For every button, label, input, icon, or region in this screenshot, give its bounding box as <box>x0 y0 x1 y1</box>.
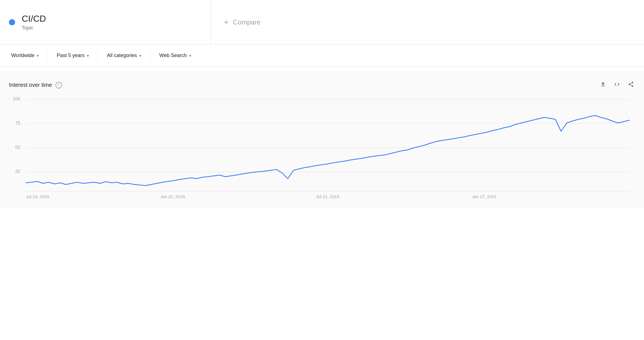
chart-actions <box>599 80 635 90</box>
search-term-text: CI/CD Topic <box>22 13 46 31</box>
region-label: Worldwide <box>11 53 35 58</box>
time-range-filter[interactable]: Past 5 years ▾ <box>52 50 93 61</box>
compare-box[interactable]: + Compare <box>211 0 644 44</box>
help-icon[interactable]: ? <box>55 82 62 88</box>
time-range-chevron-icon: ▾ <box>87 53 89 58</box>
svg-text:100: 100 <box>13 96 20 101</box>
svg-text:Jan 17, 2021: Jan 17, 2021 <box>472 194 497 199</box>
svg-text:75: 75 <box>15 120 20 125</box>
chart-header: Interest over time ? <box>9 80 635 90</box>
region-chevron-icon: ▾ <box>37 53 39 58</box>
compare-label: Compare <box>233 18 260 26</box>
filter-bar: Worldwide ▾ Past 5 years ▾ All categorie… <box>0 45 644 67</box>
svg-text:Jan 21, 2018: Jan 21, 2018 <box>160 194 185 199</box>
search-header: CI/CD Topic + Compare <box>0 0 644 45</box>
filter-separator-1 <box>48 51 48 60</box>
search-term-subtitle: Topic <box>22 25 46 31</box>
chart-title-row: Interest over time ? <box>9 82 62 88</box>
search-type-chevron-icon: ▾ <box>189 53 191 58</box>
categories-chevron-icon: ▾ <box>139 53 141 58</box>
search-dot <box>9 19 15 25</box>
share-button[interactable] <box>627 80 635 90</box>
download-icon <box>600 81 606 87</box>
embed-icon <box>614 81 620 87</box>
embed-button[interactable] <box>613 80 621 90</box>
search-term-title: CI/CD <box>22 13 46 24</box>
search-term-box: CI/CD Topic <box>0 0 211 44</box>
categories-label: All categories <box>107 53 137 58</box>
svg-text:25: 25 <box>15 169 20 174</box>
categories-filter[interactable]: All categories ▾ <box>103 50 146 61</box>
region-filter[interactable]: Worldwide ▾ <box>7 50 43 61</box>
svg-text:50: 50 <box>15 145 20 150</box>
share-icon <box>628 81 634 87</box>
filter-separator-2 <box>98 51 98 60</box>
chart-section: Interest over time ? <box>0 71 644 208</box>
search-type-label: Web Search <box>159 53 187 58</box>
chart-container: 100 75 50 25 Jul 24, 2016 Jan 21, 2018 J… <box>9 97 635 203</box>
compare-plus-icon: + <box>224 18 228 27</box>
svg-text:Jul 21, 2019: Jul 21, 2019 <box>316 194 339 199</box>
trend-chart: 100 75 50 25 Jul 24, 2016 Jan 21, 2018 J… <box>9 97 635 202</box>
chart-title: Interest over time <box>9 82 52 88</box>
time-range-label: Past 5 years <box>57 53 85 58</box>
download-button[interactable] <box>599 80 607 90</box>
svg-text:Jul 24, 2016: Jul 24, 2016 <box>26 194 49 199</box>
search-type-filter[interactable]: Web Search ▾ <box>155 50 196 61</box>
filter-separator-3 <box>150 51 150 60</box>
